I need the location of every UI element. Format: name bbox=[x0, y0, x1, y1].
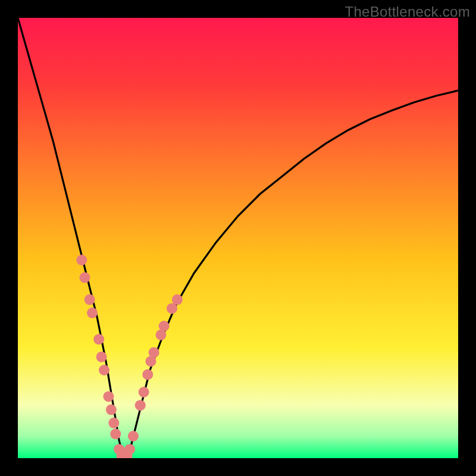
marker-dot bbox=[110, 428, 121, 439]
marker-dot bbox=[124, 444, 135, 455]
marker-dot bbox=[79, 273, 90, 283]
marker-dot bbox=[142, 369, 153, 380]
marker-dot bbox=[84, 295, 95, 305]
marker-dot bbox=[103, 391, 114, 402]
gradient-background bbox=[18, 18, 458, 458]
marker-dot bbox=[172, 295, 183, 305]
marker-dot bbox=[87, 308, 98, 318]
watermark-label: TheBottleneck.com bbox=[345, 4, 470, 20]
plot-area bbox=[18, 18, 458, 458]
marker-dot bbox=[93, 334, 104, 345]
marker-dot bbox=[106, 405, 117, 415]
marker-dot bbox=[139, 387, 149, 397]
marker-dot bbox=[149, 347, 159, 358]
marker-dot bbox=[128, 431, 139, 441]
marker-dot bbox=[135, 400, 146, 411]
chart-svg bbox=[18, 18, 458, 458]
chart-container: TheBottleneck.com bbox=[0, 0, 476, 476]
marker-dot bbox=[99, 365, 109, 375]
marker-dot bbox=[108, 418, 119, 428]
marker-dot bbox=[96, 352, 107, 362]
marker-dot bbox=[76, 255, 87, 265]
marker-dot bbox=[159, 321, 170, 331]
